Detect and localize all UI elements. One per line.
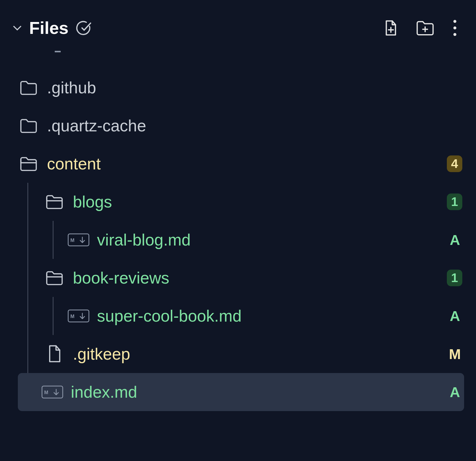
row-fragment: [18, 51, 464, 69]
svg-text:M: M: [71, 237, 75, 243]
folder-row-quartz-cache[interactable]: .quartz-cache: [18, 107, 464, 145]
new-folder-button[interactable]: [416, 18, 435, 37]
folder-label: content: [47, 154, 441, 173]
folder-icon: [18, 116, 39, 136]
file-icon: [44, 344, 65, 364]
files-panel-header: Files: [0, 12, 476, 51]
file-row-index-md[interactable]: M index.md A: [18, 373, 464, 411]
git-status-letter: A: [447, 384, 462, 400]
svg-text:M: M: [71, 314, 75, 319]
check-ellipse-icon[interactable]: [75, 19, 92, 37]
markdown-file-icon: M: [67, 306, 90, 326]
file-row-viral-blog[interactable]: M viral-blog.md A: [18, 221, 464, 259]
folder-label: .github: [47, 78, 464, 97]
folder-row-github[interactable]: .github: [18, 69, 464, 107]
file-row-gitkeep[interactable]: .gitkeep M: [18, 335, 464, 373]
git-status-letter: M: [447, 346, 462, 362]
folder-icon: [18, 78, 39, 98]
svg-text:M: M: [44, 390, 48, 395]
git-status-letter: A: [447, 308, 462, 324]
header-left: Files: [12, 18, 381, 38]
header-actions: [381, 18, 460, 37]
git-status-letter: A: [447, 232, 462, 248]
change-count-badge: 1: [447, 193, 462, 210]
folder-open-icon: [44, 268, 65, 288]
folder-row-blogs[interactable]: blogs 1: [18, 183, 464, 221]
folder-row-book-reviews[interactable]: book-reviews 1: [18, 259, 464, 297]
folder-label: .quartz-cache: [47, 116, 464, 135]
folder-label: book-reviews: [73, 268, 441, 287]
new-file-button[interactable]: [381, 18, 400, 37]
file-label: super-cool-book.md: [97, 306, 442, 325]
panel-title: Files: [29, 18, 68, 38]
folder-row-content[interactable]: content 4: [18, 145, 464, 183]
file-tree: .github .quartz-cache content 4: [0, 51, 476, 411]
folder-label: blogs: [73, 192, 441, 211]
folder-open-icon: [44, 192, 65, 212]
markdown-file-icon: M: [41, 382, 64, 402]
change-count-badge: 4: [447, 155, 462, 172]
file-row-super-cool-book[interactable]: M super-cool-book.md A: [18, 297, 464, 335]
more-actions-button[interactable]: [450, 18, 460, 37]
file-label: .gitkeep: [73, 344, 442, 364]
file-label: index.md: [71, 383, 442, 402]
change-count-badge: 1: [447, 270, 462, 286]
folder-open-icon: [18, 154, 39, 174]
markdown-file-icon: M: [67, 230, 90, 250]
file-label: viral-blog.md: [97, 230, 442, 249]
collapse-panel-button[interactable]: [12, 23, 23, 33]
